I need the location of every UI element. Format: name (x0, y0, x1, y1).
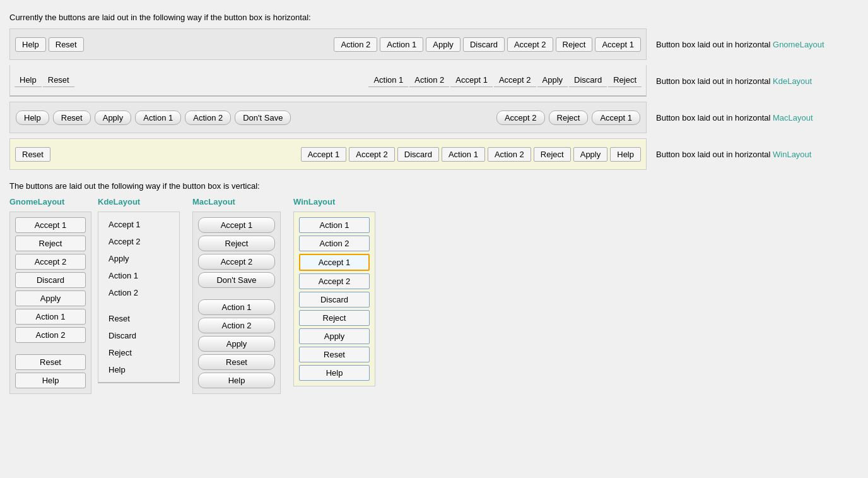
vert-kde-accept1[interactable]: Accept 1 (103, 217, 174, 232)
mac-apply-button[interactable]: Apply (95, 111, 132, 125)
gnome-reject-button[interactable]: Reject (556, 37, 593, 52)
vert-kde-apply[interactable]: Apply (103, 251, 174, 266)
vert-kde-header: KdeLayout (98, 197, 180, 206)
vert-kde-box: Accept 1 Accept 2 Apply Action 1 Action … (98, 212, 180, 383)
vert-win-col: WinLayout Action 1 Action 2 Accept 1 Acc… (293, 197, 375, 386)
kde-discard-button[interactable]: Discard (569, 73, 607, 87)
vert-mac-apply[interactable]: Apply (198, 336, 275, 352)
vert-win-action1[interactable]: Action 1 (299, 217, 370, 233)
kde-apply-button[interactable]: Apply (537, 73, 568, 87)
vert-kde-reject[interactable]: Reject (103, 345, 174, 360)
win-horiz-row: Reset Accept 1 Accept 2 Discard Action 1… (9, 138, 859, 170)
vert-win-action2[interactable]: Action 2 (299, 236, 370, 251)
win-discard-button[interactable]: Discard (397, 147, 439, 162)
mac-reset-button[interactable]: Reset (53, 111, 91, 125)
mac-dontsave-button[interactable]: Don't Save (235, 111, 291, 125)
kde-layout-name: KdeLayout (770, 76, 812, 86)
kde-reset-button[interactable]: Reset (43, 73, 74, 87)
gnome-action2-button[interactable]: Action 2 (334, 37, 377, 52)
mac-label: Button box laid out in horizontal MacLay… (647, 102, 813, 133)
vert-gnome-accept2[interactable]: Accept 2 (15, 254, 86, 270)
win-buttonbox: Reset Accept 1 Accept 2 Discard Action 1… (9, 138, 647, 170)
vert-win-accept2[interactable]: Accept 2 (299, 273, 370, 289)
vertical-header: The buttons are laid out the following w… (9, 181, 859, 191)
vert-mac-reset[interactable]: Reset (198, 354, 275, 370)
gnome-apply-button[interactable]: Apply (426, 37, 460, 52)
gnome-buttonbox: Help Reset Action 2 Action 1 Apply Disca… (9, 28, 647, 60)
vert-gnome-apply[interactable]: Apply (15, 290, 86, 306)
mac-action2-button[interactable]: Action 2 (185, 111, 231, 125)
gnome-horiz-row: Help Reset Action 2 Action 1 Apply Disca… (9, 28, 859, 60)
mac-action1-button[interactable]: Action 1 (135, 111, 181, 125)
vert-win-reset[interactable]: Reset (299, 347, 370, 362)
vert-kde-action2[interactable]: Action 2 (103, 285, 174, 300)
gnome-accept2-button[interactable]: Accept 2 (507, 37, 553, 52)
vert-gnome-action2[interactable]: Action 2 (15, 327, 86, 343)
mac-help-button[interactable]: Help (16, 111, 49, 125)
vertical-layout-row: GnomeLayout Accept 1 Reject Accept 2 Dis… (9, 197, 859, 394)
mac-accept2-button[interactable]: Accept 2 (496, 111, 545, 125)
vert-gnome-accept1[interactable]: Accept 1 (15, 217, 86, 233)
mac-horiz-row: Help Reset Apply Action 1 Action 2 Don't… (9, 102, 859, 133)
win-reject-button[interactable]: Reject (534, 147, 571, 162)
win-help-button[interactable]: Help (610, 147, 641, 162)
win-apply-button[interactable]: Apply (573, 147, 608, 162)
vert-win-reject[interactable]: Reject (299, 310, 370, 326)
vert-gnome-action1[interactable]: Action 1 (15, 309, 86, 325)
vert-win-apply[interactable]: Apply (299, 328, 370, 344)
kde-accept1-button[interactable]: Accept 1 (450, 73, 493, 87)
vert-gnome-header: GnomeLayout (9, 197, 91, 206)
gnome-layout-name: GnomeLayout (770, 40, 824, 49)
mac-layout-name: MacLayout (770, 113, 812, 122)
vert-mac-accept1[interactable]: Accept 1 (198, 217, 275, 233)
gnome-action1-button[interactable]: Action 1 (380, 37, 423, 52)
kde-label: Button box laid out in horizontal KdeLay… (647, 65, 812, 97)
vert-win-discard[interactable]: Discard (299, 292, 370, 308)
vert-win-accept1[interactable]: Accept 1 (299, 254, 370, 271)
kde-help-button[interactable]: Help (15, 73, 42, 87)
win-action1-button[interactable]: Action 1 (442, 147, 485, 162)
gnome-reset-button[interactable]: Reset (49, 37, 84, 52)
vert-mac-box: Accept 1 Reject Accept 2 Don't Save Acti… (192, 212, 281, 394)
gnome-help-button[interactable]: Help (15, 37, 46, 52)
vert-gnome-reset[interactable]: Reset (15, 354, 86, 370)
win-reset-button[interactable]: Reset (15, 147, 50, 162)
win-layout-name: WinLayout (770, 150, 811, 159)
vert-gnome-discard[interactable]: Discard (15, 272, 86, 288)
gnome-accept1-button[interactable]: Accept 1 (595, 37, 641, 52)
vert-kde-discard[interactable]: Discard (103, 328, 174, 343)
vert-mac-help[interactable]: Help (198, 373, 275, 388)
kde-action2-button[interactable]: Action 2 (409, 73, 449, 87)
vert-gnome-help[interactable]: Help (15, 373, 86, 388)
win-accept1-button[interactable]: Accept 1 (301, 147, 347, 162)
vert-mac-col: MacLayout Accept 1 Reject Accept 2 Don't… (192, 197, 281, 394)
vert-mac-action2[interactable]: Action 2 (198, 318, 275, 333)
horizontal-header: Currently the buttons are laid out in th… (9, 13, 859, 22)
vert-mac-dontsave[interactable]: Don't Save (198, 272, 275, 288)
mac-accept1-button[interactable]: Accept 1 (592, 111, 640, 125)
vert-kde-action1[interactable]: Action 1 (103, 268, 174, 283)
win-action2-button[interactable]: Action 2 (488, 147, 531, 162)
vert-mac-header: MacLayout (192, 197, 281, 206)
kde-buttonbox: Help Reset Action 1 Action 2 Accept 1 Ac… (9, 65, 647, 97)
vert-win-box: Action 1 Action 2 Accept 1 Accept 2 Disc… (293, 212, 375, 386)
vert-gnome-reject[interactable]: Reject (15, 236, 86, 251)
gnome-label: Button box laid out in horizontal GnomeL… (647, 28, 824, 60)
mac-buttonbox: Help Reset Apply Action 1 Action 2 Don't… (9, 102, 647, 133)
vert-kde-help[interactable]: Help (103, 362, 174, 377)
kde-reject-button[interactable]: Reject (608, 73, 642, 87)
vert-kde-reset[interactable]: Reset (103, 311, 174, 326)
vert-mac-reject[interactable]: Reject (198, 236, 275, 251)
vert-win-help[interactable]: Help (299, 365, 370, 381)
win-label: Button box laid out in horizontal WinLay… (647, 138, 811, 170)
vert-kde-col: KdeLayout Accept 1 Accept 2 Apply Action… (98, 197, 180, 383)
gnome-discard-button[interactable]: Discard (463, 37, 505, 52)
mac-reject-button[interactable]: Reject (549, 111, 589, 125)
kde-action1-button[interactable]: Action 1 (368, 73, 408, 87)
win-accept2-button[interactable]: Accept 2 (349, 147, 395, 162)
vert-mac-action1[interactable]: Action 1 (198, 299, 275, 315)
vert-kde-accept2[interactable]: Accept 2 (103, 234, 174, 249)
vert-win-header: WinLayout (293, 197, 375, 206)
kde-accept2-button[interactable]: Accept 2 (494, 73, 536, 87)
vert-mac-accept2[interactable]: Accept 2 (198, 254, 275, 270)
